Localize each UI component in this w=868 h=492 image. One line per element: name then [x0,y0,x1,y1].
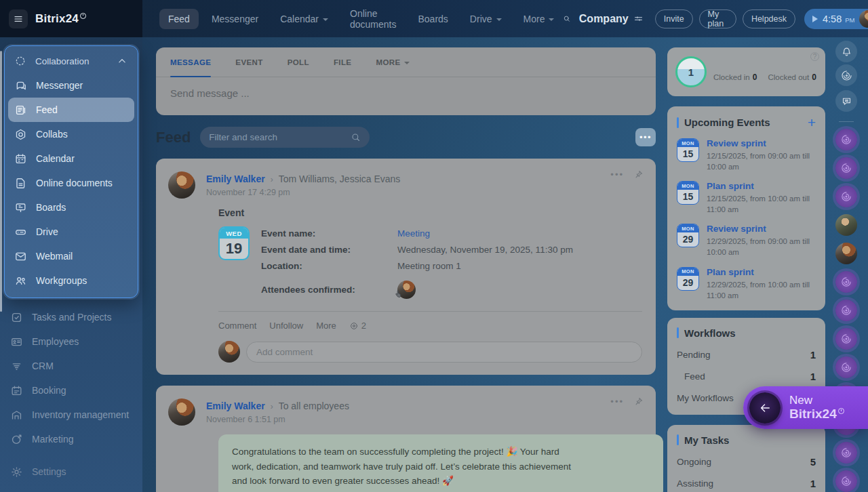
message-input[interactable]: Send message ... [156,77,656,109]
add-comment-input[interactable]: Add comment [246,342,642,363]
copilot-chat-item[interactable] [835,470,857,492]
avatar[interactable] [859,10,868,28]
pin-icon[interactable] [633,396,644,407]
comment-action[interactable]: Comment [218,321,256,331]
company-menu[interactable]: Company [579,13,644,25]
notifications-button[interactable] [835,41,857,62]
tab-poll[interactable]: POLL [288,47,309,77]
sidebar-item-workgroups[interactable]: Workgroups [8,268,134,293]
divider [839,121,854,122]
more-action[interactable]: More [316,321,336,331]
sidebar-item-inventory-management[interactable]: Inventory management [7,403,135,427]
event-title-link[interactable]: Plan sprint [707,267,816,277]
post-recipients[interactable]: Tom Williams, Jessica Evans [279,173,401,184]
sidebar-item-crm[interactable]: CRM [7,354,135,378]
copilot-chat-item[interactable] [835,356,857,378]
badge-line1: New [789,394,844,407]
tab-event[interactable]: EVENT [235,47,262,77]
sidebar-item-settings[interactable]: Settings [7,459,135,484]
post-author[interactable]: Emily Walker [206,401,265,411]
copilot-chat-item[interactable] [835,300,857,321]
tab-more[interactable]: MORE [376,47,409,77]
booking-calendar-icon [10,384,23,397]
add-event-button[interactable]: + [808,115,816,129]
topnav-more[interactable]: More [515,9,564,29]
topnav-boards[interactable]: Boards [410,9,457,29]
helpdesk-button[interactable]: Helpdesk [743,9,795,28]
post-actions: Comment Unfollow More 2 [218,321,642,331]
sidebar-item-messenger[interactable]: Messenger [8,73,134,98]
workflows-row-feed[interactable]: Feed1 [677,371,816,382]
back-arrow-button[interactable] [749,392,781,424]
new-bitrix24-badge[interactable]: New Bitrix24 [743,386,868,429]
my-plan-button[interactable]: My plan [699,9,736,28]
tasks-row-assisting[interactable]: Assisting1 [677,478,816,489]
copilot-chat-item[interactable] [835,186,857,207]
sidebar-item-webmail[interactable]: Webmail [8,244,134,268]
badge-line2: Bitrix24 [789,407,844,422]
topnav-online-documents[interactable]: Online documents [341,3,405,35]
sidebar-item-marketing[interactable]: Marketing [7,427,135,451]
clock-in-widget[interactable]: 1 Clocked in0 Clocked out0 ? [667,47,825,96]
search-icon[interactable] [563,13,570,24]
copilot-chat-item[interactable] [835,129,857,150]
tab-message[interactable]: MESSAGE [170,47,211,77]
sidebar-item-online-documents[interactable]: Online documents [8,171,134,195]
copilot-chat-item[interactable] [835,157,857,179]
avatar[interactable] [218,341,240,363]
invite-button[interactable]: Invite [655,9,693,28]
post-header: Emily Walker › To all employees November… [168,398,642,426]
event-title-link[interactable]: Review sprint [707,138,816,148]
cursor-pointer [392,287,403,298]
sidebar-item-feed[interactable]: Feed [8,98,134,122]
views-counter[interactable]: 2 [349,321,366,331]
sidebar-group-collaboration[interactable]: Collaboration [8,49,134,73]
timer-time: 4:58 [823,14,842,24]
chat-avatar[interactable] [835,214,857,236]
copilot-button[interactable] [835,64,857,86]
topnav-calendar[interactable]: Calendar [271,9,337,29]
clocked-in-stat: Clocked in0 [713,73,757,82]
people-icon [14,274,27,287]
copilot-chat-item[interactable] [835,271,857,293]
chat-avatar[interactable] [835,243,857,264]
tasks-row-ongoing[interactable]: Ongoing5 [677,456,816,468]
sidebar-item-employees[interactable]: Employees [7,329,135,354]
post-more-icon[interactable]: ••• [610,396,624,407]
chevron-down-icon [496,18,502,21]
event-title-link[interactable]: Review sprint [707,224,816,234]
topnav-messenger[interactable]: Messenger [203,9,267,29]
sidebar-item-collabs[interactable]: Collabs [8,122,134,146]
sidebar-item-calendar[interactable]: Calendar [8,146,134,171]
copilot-chat-item[interactable] [835,442,857,464]
tab-file[interactable]: FILE [334,47,352,77]
event-name-link[interactable]: Meeting [397,228,430,239]
unfollow-action[interactable]: Unfollow [269,321,303,331]
post-more-icon[interactable]: ••• [610,169,624,180]
avatar[interactable] [168,398,195,426]
work-timer[interactable]: 4:58 PM [804,9,868,29]
feed-options-button[interactable]: ••• [635,128,656,146]
messenger-rail-button[interactable] [835,90,857,112]
workflows-row-pending[interactable]: Pending1 [677,349,816,361]
copilot-chat-item[interactable] [835,328,857,350]
chat-icon [841,96,852,107]
filter-search-input[interactable]: Filter and search [200,127,370,148]
field-value: Meeting room 1 [397,261,461,271]
sidebar-item-booking[interactable]: Booking [7,378,135,403]
post-tools: ••• [610,169,644,180]
sidebar-item-drive[interactable]: Drive [8,220,134,244]
pin-icon[interactable] [633,169,644,180]
sidebar-item-tasks-and-projects[interactable]: Tasks and Projects [7,305,135,329]
event-title-link[interactable]: Plan sprint [707,181,816,191]
avatar[interactable] [168,171,195,199]
topnav-feed[interactable]: Feed [159,9,199,29]
sidebar-item-boards[interactable]: Boards [8,195,134,220]
help-icon[interactable]: ? [810,52,819,61]
post-author[interactable]: Emily Walker [206,173,265,184]
upcoming-events-widget: Upcoming Events + MON15 Review sprint12/… [667,106,825,310]
menu-icon[interactable] [9,9,28,28]
comment-row: Add comment [218,341,642,363]
event-list-item: MON29 Plan sprint12/29/2025, from 10:00 … [677,267,816,301]
topnav-drive[interactable]: Drive [461,9,511,29]
